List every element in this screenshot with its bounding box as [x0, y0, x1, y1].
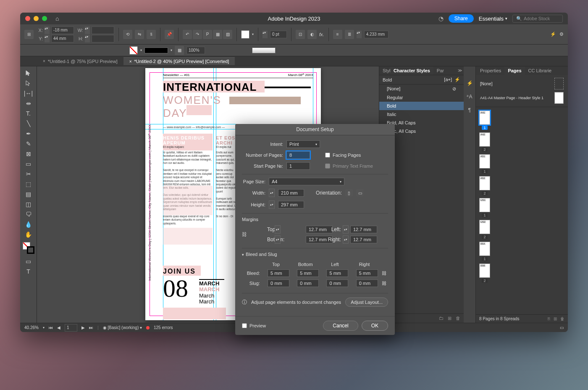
page-thumb[interactable]: A411: [479, 111, 490, 130]
slug-top-input[interactable]: [268, 279, 289, 287]
margin-left-spinner[interactable]: ▴▾: [343, 225, 349, 234]
page-thumb[interactable]: A511: [479, 154, 490, 174]
style-none[interactable]: [None]⊘: [379, 84, 464, 93]
y-spinner[interactable]: ▴▾: [45, 35, 50, 42]
align-left-icon[interactable]: ≡: [333, 30, 342, 39]
undo-icon[interactable]: ↶: [183, 30, 192, 39]
edit-page-icon[interactable]: ⎘: [548, 316, 550, 321]
style-bold[interactable]: Bold: [379, 102, 464, 110]
h-spinner[interactable]: ▴▾: [85, 35, 90, 42]
eyedropper-tool[interactable]: 💧: [23, 219, 34, 229]
page-thumb[interactable]: US11: [479, 198, 490, 217]
width-input[interactable]: [278, 189, 304, 197]
clear-override-icon[interactable]: ⊘: [452, 86, 456, 92]
margin-top-spinner[interactable]: ▴▾: [275, 225, 281, 234]
margin-left-input[interactable]: [350, 226, 377, 233]
nav-last-icon[interactable]: ⏭: [89, 325, 93, 330]
x-field[interactable]: -18 mm: [51, 26, 74, 34]
tab-cc-libraries[interactable]: CC Librarie: [525, 66, 555, 75]
home-icon[interactable]: ⌂: [55, 15, 59, 22]
zoom-icon[interactable]: ▦: [175, 46, 184, 55]
workspace-switcher[interactable]: Essentials ▾: [479, 16, 507, 22]
share-button[interactable]: Share: [449, 14, 474, 23]
height-spinner[interactable]: ▴▾: [269, 200, 275, 209]
free-transform-tool[interactable]: ⬚: [23, 179, 34, 189]
new-style-icon[interactable]: [a+]: [444, 77, 452, 82]
style-regular[interactable]: Regular: [379, 93, 464, 102]
panel-more-icon[interactable]: ≫: [456, 66, 464, 75]
ok-button[interactable]: OK: [362, 321, 388, 331]
hand-tool[interactable]: ✋: [23, 229, 34, 240]
link-slug-icon[interactable]: ⛓̷: [382, 281, 386, 286]
scissors-tool[interactable]: ✂: [23, 169, 34, 179]
x-spinner[interactable]: ▴▾: [45, 26, 50, 34]
corner-style[interactable]: [252, 47, 276, 53]
fill-none-swatch[interactable]: [129, 46, 138, 55]
facing-pages-checkbox[interactable]: [325, 153, 330, 158]
fill-stroke-proxy[interactable]: [23, 242, 34, 254]
start-page-input[interactable]: [286, 162, 310, 170]
p-icon[interactable]: P: [203, 30, 212, 39]
gradient-swatch-tool[interactable]: ▤: [23, 189, 34, 199]
corner-field[interactable]: 4.233 mm: [364, 31, 388, 38]
intent-select[interactable]: Print▾: [286, 140, 320, 148]
minimize-window-button[interactable]: [34, 16, 39, 21]
gradient-feather-tool[interactable]: ◫: [23, 199, 34, 209]
flip-v-icon[interactable]: ⥮: [147, 30, 156, 39]
y-field[interactable]: 44 mm: [51, 35, 74, 42]
master-a41[interactable]: A41-A4 Master Page - Header Style 1: [478, 91, 566, 105]
delete-page-icon[interactable]: 🗑: [560, 316, 564, 321]
quick-apply-icon[interactable]: ⚡: [550, 32, 556, 37]
slug-bottom-input[interactable]: [297, 279, 319, 287]
panel-tab-paragraph[interactable]: Par: [433, 66, 444, 75]
flip-h-icon[interactable]: ⇋: [135, 30, 144, 39]
close-icon[interactable]: ×: [43, 59, 45, 63]
zoom-level[interactable]: 40.26%: [24, 325, 39, 330]
bleed-right-input[interactable]: [356, 269, 378, 277]
link-margins-icon[interactable]: ⛓: [242, 232, 265, 237]
tab-properties[interactable]: Properties: [477, 66, 504, 75]
stroke-spinner[interactable]: ▴▾: [262, 31, 268, 38]
note-tool[interactable]: 🗨: [23, 209, 34, 219]
h-field[interactable]: [92, 35, 114, 42]
group-icon[interactable]: 🗀: [439, 316, 444, 321]
nav-prev-icon[interactable]: ◀: [57, 325, 60, 330]
rotate-icon[interactable]: ⟲: [123, 30, 132, 39]
tab-pages[interactable]: Pages: [504, 66, 525, 75]
width-spinner[interactable]: ▴▾: [269, 189, 275, 197]
rectangle-frame-tool[interactable]: ⊠: [23, 149, 34, 159]
page-thumb[interactable]: 05B2: [479, 264, 490, 283]
bleed-left-input[interactable]: [326, 269, 348, 277]
master-none[interactable]: [None]: [478, 76, 566, 91]
format-container-icon[interactable]: ▭: [23, 256, 34, 266]
bleed-slug-toggle[interactable]: ▾Bleed and Slug: [242, 252, 388, 257]
nav-next-icon[interactable]: ▶: [81, 325, 85, 330]
direct-selection-tool[interactable]: [23, 78, 34, 88]
orientation-portrait-icon[interactable]: ▯: [345, 189, 353, 197]
pen-tool[interactable]: ✒: [23, 129, 34, 139]
quick-apply-icon[interactable]: ⚡: [454, 77, 460, 82]
panel-icon-1[interactable]: ⚡: [465, 79, 474, 87]
panel-icon-2[interactable]: ᵃA: [465, 92, 474, 101]
settings-icon[interactable]: ⚙: [559, 32, 564, 37]
slug-right-input[interactable]: [356, 279, 378, 287]
page-thumb[interactable]: US22: [479, 220, 490, 239]
doc-tab-2[interactable]: ×*Untitled-2 @ 40% [GPU Preview] [Conver…: [123, 57, 235, 65]
help-bulb-icon[interactable]: ◔: [438, 15, 444, 22]
panel-icon-3[interactable]: ¶: [465, 106, 474, 114]
new-icon[interactable]: ⊞: [448, 316, 452, 321]
selection-tool[interactable]: [23, 68, 34, 78]
margin-right-input[interactable]: [350, 236, 377, 243]
zoom-field[interactable]: 100%: [186, 47, 205, 54]
status-icon-1[interactable]: ▭: [560, 325, 564, 330]
redo-icon[interactable]: ↷: [193, 30, 202, 39]
doc-tab-1[interactable]: ×*Untitled-1 @ 75% [GPU Preview]: [37, 58, 123, 65]
corner-spinner[interactable]: ▴▾: [357, 31, 362, 38]
adjust-layout-button[interactable]: Adjust Layout...: [345, 298, 388, 307]
close-icon[interactable]: ×: [129, 59, 132, 64]
adobe-stock-search[interactable]: 🔍 Adobe Stock: [512, 15, 563, 23]
w-spinner[interactable]: ▴▾: [85, 26, 90, 34]
w-field[interactable]: [92, 26, 114, 34]
close-window-button[interactable]: [25, 16, 30, 21]
opacity-icon[interactable]: ◐: [307, 30, 317, 39]
